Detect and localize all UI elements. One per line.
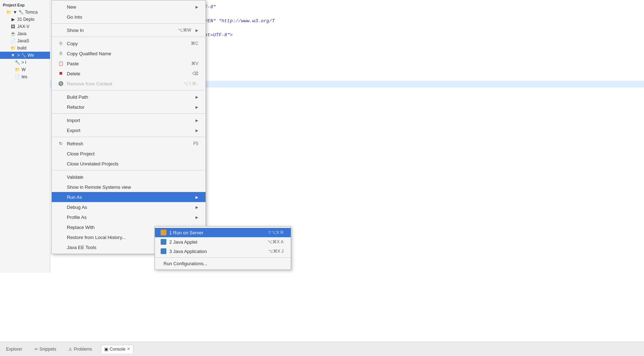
submenu-item-java-app[interactable]: 3 Java Application ⌥⌘X J (155, 247, 291, 256)
java-icon: ☕ (10, 31, 16, 37)
submenu-item-run-server[interactable]: 1 Run on Server ⇧⌥X R (155, 228, 291, 237)
go-into-icon (58, 14, 64, 20)
folder-icon: 📁 (6, 9, 12, 15)
export-arrow: ▶ (196, 128, 198, 132)
console-tab-label: Console (110, 347, 125, 352)
menu-item-profile-as[interactable]: Profile As ▶ (52, 212, 206, 222)
snippets-tab-icon: ✂ (34, 347, 38, 352)
menu-item-build-path[interactable]: Build Path ▶ (52, 92, 206, 102)
export-icon (58, 127, 64, 134)
import-arrow: ▶ (196, 118, 198, 122)
java-ee-tools-icon (58, 244, 64, 250)
menu-item-close-project[interactable]: Close Project (52, 149, 206, 159)
submenu-item-java-applet[interactable]: 2 Java Applet ⌥⌘X A (155, 237, 291, 247)
show-remote-icon (58, 184, 64, 190)
run-as-submenu: 1 Run on Server ⇧⌥X R 2 Java Applet ⌥⌘X … (155, 226, 291, 270)
refactor-icon (58, 104, 64, 110)
jax-icon: 🖼 (10, 24, 16, 29)
tes-icon: 📄 (14, 74, 20, 80)
deploy-icon: ▶ (10, 17, 16, 22)
restore-local-icon (58, 234, 64, 240)
profile-as-arrow: ▶ (196, 215, 198, 219)
menu-item-validate[interactable]: Validate (52, 172, 206, 182)
w-icon: 📁 (14, 67, 20, 72)
sidebar-item-tomcat[interactable]: 📁 ▼ 🔧 Tomca (0, 9, 50, 16)
tab-console[interactable]: ▣ Console ✕ (101, 345, 133, 353)
build-path-arrow: ▶ (196, 95, 198, 99)
sidebar-item-build[interactable]: 📁 build (0, 44, 50, 52)
menu-item-refresh[interactable]: ↻ Refresh F5 (52, 139, 206, 149)
refactor-arrow: ▶ (196, 105, 198, 109)
paste-shortcut: ⌘V (191, 61, 198, 66)
submenu-separator (155, 257, 291, 258)
java-applet-icon (161, 239, 166, 245)
replace-with-icon (58, 224, 64, 230)
separator-5 (52, 137, 206, 137)
build-path-icon (58, 94, 64, 100)
menu-item-copy[interactable]: ⎘ Copy ⌘C (52, 38, 206, 48)
build-icon: 📁 (10, 45, 16, 51)
remove-context-icon: 🔘 (58, 80, 64, 87)
menu-item-close-unrelated[interactable]: Close Unrelated Projects (52, 159, 206, 169)
sidebar-item-l[interactable]: 🔧 > l (0, 59, 50, 66)
bottom-bar: Explorer ✂ Snippets ⚠ Problems ▣ Console… (0, 342, 644, 356)
context-menu: New ▶ Go Into Show In ⌥⌘W ▶ ⎘ Copy ⌘C ⎘ … (51, 0, 206, 254)
sidebar-item-javas[interactable]: 📄 JavaS (0, 37, 50, 44)
paste-icon: 📋 (58, 60, 64, 67)
menu-item-paste[interactable]: 📋 Paste ⌘V (52, 58, 206, 69)
menu-item-remove-context[interactable]: 🔘 Remove from Context ⌥⇧⌘↓ (52, 79, 206, 89)
copy-icon: ⎘ (58, 40, 64, 47)
problems-tab-icon: ⚠ (68, 347, 72, 352)
sidebar: Project Exp 📁 ▼ 🔧 Tomca ▶ 31 Deplo 🖼 JAX… (0, 0, 50, 273)
tab-problems[interactable]: ⚠ Problems (65, 345, 95, 353)
menu-item-copy-qualified[interactable]: ⎘ Copy Qualified Name (52, 48, 206, 58)
menu-item-refactor[interactable]: Refactor ▶ (52, 102, 206, 112)
new-icon (58, 4, 64, 10)
sidebar-item-w[interactable]: 📁 W (0, 66, 50, 73)
sidebar-item-we[interactable]: ▼ > 🔧 We (0, 52, 50, 59)
sidebar-item-java[interactable]: ☕ Java (0, 30, 50, 37)
delete-icon: ✖ (58, 70, 64, 77)
problems-tab-label: Problems (74, 347, 92, 352)
menu-item-run-as[interactable]: Run As ▶ (52, 192, 206, 202)
explorer-tab-label: Explorer (6, 347, 22, 352)
separator-1 (52, 23, 206, 24)
menu-item-show-remote[interactable]: Show in Remote Systems view (52, 182, 206, 192)
menu-item-go-into[interactable]: Go Into (52, 12, 206, 22)
we-icon: ▼ (10, 52, 16, 58)
show-in-icon (58, 27, 64, 33)
menu-item-new[interactable]: New ▶ (52, 2, 206, 12)
java-app-shortcut: ⌥⌘X J (268, 249, 284, 254)
run-server-icon (161, 230, 166, 235)
sidebar-title: Project Exp (0, 1, 50, 9)
snippets-tab-label: Snippets (40, 347, 56, 352)
tab-snippets[interactable]: ✂ Snippets (31, 345, 60, 353)
import-icon (58, 117, 64, 123)
submenu-item-run-config[interactable]: Run Configurations... (155, 259, 291, 268)
debug-as-arrow: ▶ (196, 205, 198, 209)
refresh-icon: ↻ (58, 140, 64, 147)
tab-explorer[interactable]: Explorer (3, 345, 26, 353)
menu-item-export[interactable]: Export ▶ (52, 125, 206, 135)
menu-item-delete[interactable]: ✖ Delete ⌫ (52, 69, 206, 79)
menu-item-import[interactable]: Import ▶ (52, 115, 206, 125)
profile-as-icon (58, 214, 64, 220)
run-as-icon (58, 194, 64, 200)
separator-6 (52, 170, 206, 170)
run-as-arrow: ▶ (196, 195, 198, 199)
sidebar-item-deploy[interactable]: ▶ 31 Deplo (0, 16, 50, 23)
console-tab-icon: ▣ (104, 347, 108, 352)
refresh-shortcut: F5 (193, 141, 198, 146)
show-in-arrow: ▶ (196, 28, 198, 32)
sidebar-item-tes[interactable]: 📄 tes (0, 73, 50, 80)
console-close-icon[interactable]: ✕ (127, 347, 130, 351)
validate-icon (58, 174, 64, 180)
menu-item-show-in[interactable]: Show In ⌥⌘W ▶ (52, 25, 206, 35)
menu-item-debug-as[interactable]: Debug As ▶ (52, 202, 206, 212)
separator-3 (52, 90, 206, 90)
java-app-icon (161, 248, 166, 254)
copy-qualified-icon: ⎘ (58, 50, 64, 57)
javas-icon: 📄 (10, 38, 16, 44)
separator-2 (52, 37, 206, 37)
sidebar-item-jax[interactable]: 🖼 JAX-V (0, 23, 50, 30)
